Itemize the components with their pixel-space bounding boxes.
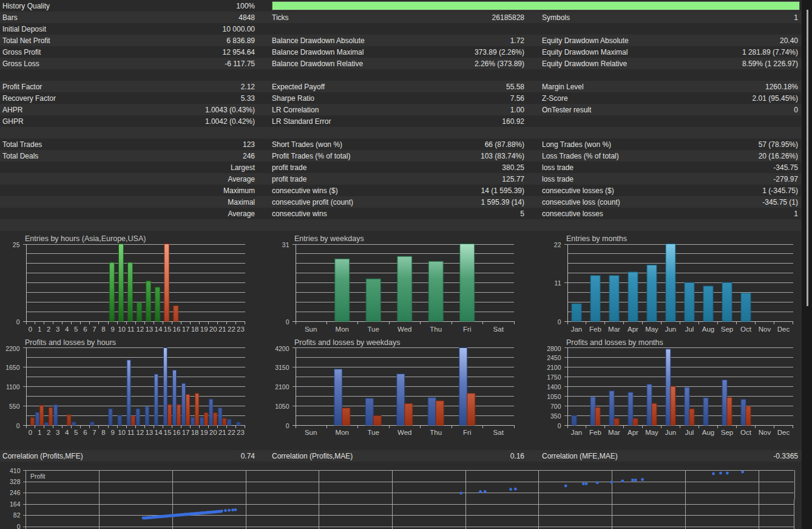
- svg-text:1750: 1750: [547, 374, 561, 381]
- svg-text:Nov: Nov: [759, 429, 771, 436]
- svg-text:328: 328: [10, 478, 21, 485]
- svg-text:1050: 1050: [547, 393, 561, 400]
- svg-text:8: 8: [101, 429, 105, 436]
- svg-text:0: 0: [16, 318, 20, 326]
- svg-text:15: 15: [164, 429, 172, 436]
- svg-text:14: 14: [155, 429, 163, 436]
- svg-text:2200: 2200: [5, 345, 20, 352]
- svg-text:22: 22: [554, 241, 561, 248]
- svg-text:19: 19: [200, 326, 208, 333]
- svg-text:Profit: Profit: [30, 473, 46, 480]
- svg-text:2: 2: [47, 326, 50, 333]
- svg-text:Tue: Tue: [368, 326, 379, 333]
- svg-text:15: 15: [164, 326, 172, 333]
- svg-text:Mon: Mon: [336, 326, 349, 333]
- svg-text:11: 11: [127, 326, 135, 333]
- svg-text:22: 22: [228, 429, 235, 436]
- svg-text:Feb: Feb: [589, 429, 601, 436]
- svg-text:Mar: Mar: [608, 429, 620, 436]
- svg-text:700: 700: [550, 403, 561, 410]
- svg-text:4: 4: [65, 429, 69, 436]
- svg-text:20: 20: [209, 429, 217, 436]
- svg-text:17: 17: [182, 429, 190, 436]
- svg-text:1: 1: [38, 429, 41, 436]
- svg-text:13: 13: [145, 429, 153, 436]
- svg-text:Sep: Sep: [721, 429, 733, 436]
- svg-text:2100: 2100: [547, 364, 561, 371]
- svg-text:Sun: Sun: [305, 326, 317, 333]
- svg-text:Entries by hours (Asia,Europe,: Entries by hours (Asia,Europe,USA): [25, 234, 146, 243]
- svg-text:14: 14: [155, 326, 163, 333]
- svg-text:550: 550: [9, 403, 20, 410]
- svg-text:0: 0: [29, 326, 32, 333]
- svg-text:350: 350: [550, 412, 561, 420]
- svg-text:1650: 1650: [5, 364, 20, 371]
- svg-text:5: 5: [74, 326, 78, 333]
- svg-text:21: 21: [218, 429, 226, 436]
- svg-text:Fri: Fri: [463, 326, 471, 333]
- svg-text:Entries by weekdays: Entries by weekdays: [294, 234, 364, 243]
- svg-text:Sat: Sat: [493, 429, 504, 436]
- svg-text:May: May: [645, 429, 658, 436]
- svg-text:1100: 1100: [6, 383, 20, 391]
- svg-text:Sat: Sat: [493, 326, 504, 333]
- svg-text:Jan: Jan: [571, 326, 583, 333]
- svg-text:Feb: Feb: [589, 326, 601, 333]
- svg-text:0: 0: [286, 422, 289, 429]
- svg-text:Oct: Oct: [740, 326, 752, 333]
- svg-text:0: 0: [558, 318, 561, 326]
- svg-text:9: 9: [110, 429, 114, 436]
- svg-text:18: 18: [191, 326, 199, 333]
- svg-text:16: 16: [173, 429, 181, 436]
- svg-text:6: 6: [83, 326, 87, 333]
- svg-text:18: 18: [191, 429, 199, 436]
- svg-text:31: 31: [282, 241, 289, 248]
- svg-text:Profits and losses by hours: Profits and losses by hours: [25, 338, 116, 347]
- svg-text:Profits and losses by months: Profits and losses by months: [566, 338, 663, 347]
- svg-text:5: 5: [74, 429, 78, 436]
- svg-text:Profits and losses by weekdays: Profits and losses by weekdays: [294, 338, 400, 347]
- svg-text:Jun: Jun: [665, 429, 677, 436]
- svg-text:23: 23: [237, 326, 245, 333]
- svg-text:Jul: Jul: [685, 429, 694, 436]
- svg-text:10: 10: [118, 429, 126, 436]
- svg-text:23: 23: [237, 429, 245, 436]
- svg-text:Sun: Sun: [305, 429, 317, 436]
- svg-text:Aug: Aug: [702, 429, 714, 436]
- svg-text:Mar: Mar: [608, 326, 620, 333]
- svg-text:8: 8: [101, 326, 105, 333]
- svg-text:10: 10: [118, 326, 126, 333]
- svg-text:0: 0: [16, 422, 20, 429]
- svg-text:17: 17: [182, 326, 190, 333]
- svg-text:Aug: Aug: [702, 326, 714, 333]
- svg-text:21: 21: [218, 326, 226, 333]
- svg-text:Thu: Thu: [430, 326, 442, 333]
- svg-text:0: 0: [286, 318, 289, 326]
- svg-text:3150: 3150: [275, 364, 289, 371]
- svg-text:3: 3: [56, 429, 59, 436]
- svg-text:20: 20: [209, 326, 217, 333]
- svg-text:Sep: Sep: [721, 326, 733, 333]
- svg-text:Wed: Wed: [398, 429, 411, 436]
- svg-text:7: 7: [92, 326, 96, 333]
- svg-text:9: 9: [110, 326, 114, 333]
- svg-text:4200: 4200: [275, 345, 289, 352]
- svg-text:6: 6: [83, 429, 87, 436]
- svg-text:Fri: Fri: [463, 429, 471, 436]
- svg-text:19: 19: [200, 429, 208, 436]
- svg-text:12: 12: [136, 326, 144, 333]
- svg-text:Entries by months: Entries by months: [566, 234, 627, 243]
- svg-text:Mon: Mon: [336, 429, 349, 436]
- svg-text:Dec: Dec: [777, 429, 790, 436]
- svg-text:2: 2: [47, 429, 50, 436]
- svg-text:1050: 1050: [275, 403, 289, 410]
- svg-text:0: 0: [558, 422, 561, 429]
- svg-text:82: 82: [13, 511, 21, 519]
- svg-text:13: 13: [145, 326, 153, 333]
- svg-text:12: 12: [136, 429, 144, 436]
- svg-text:0: 0: [29, 429, 32, 436]
- svg-text:Tue: Tue: [368, 429, 379, 436]
- svg-text:0: 0: [17, 523, 21, 529]
- svg-text:Jul: Jul: [685, 326, 694, 333]
- svg-text:2450: 2450: [547, 354, 561, 361]
